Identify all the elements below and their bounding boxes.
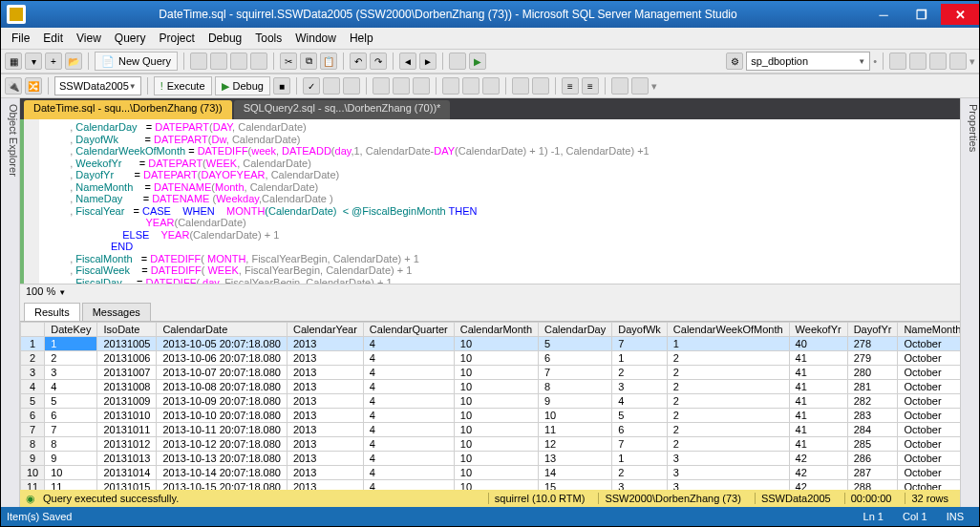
redo-icon[interactable]: ↷ xyxy=(370,53,387,70)
object-explorer-panel[interactable]: Object Explorer xyxy=(1,98,20,507)
tb2-icon-2[interactable] xyxy=(373,77,390,95)
debug-label: Debug xyxy=(233,80,264,92)
outdent-icon[interactable]: ≡ xyxy=(582,77,599,95)
col-header[interactable]: WeekofYr xyxy=(789,323,847,337)
app-icon xyxy=(7,5,26,24)
col-header[interactable]: CalendarQuarter xyxy=(363,323,454,337)
toolbar-sql: 🔌 🔀 SSWData2005 ▼ ! Execute ▶ Debug ■ ✓ xyxy=(1,74,979,98)
col-header[interactable]: DayofYr xyxy=(847,323,898,337)
table-row[interactable]: 55201310092013-10-09 20:07:18.0802013410… xyxy=(21,394,961,409)
menu-file[interactable]: File xyxy=(5,30,36,47)
results-file-icon[interactable] xyxy=(482,77,500,95)
menu-view[interactable]: View xyxy=(70,30,108,47)
cut-icon[interactable]: ✂ xyxy=(280,53,297,70)
proc-icon[interactable]: ⚙ xyxy=(726,53,743,70)
table-row[interactable]: 66201310102013-10-10 20:07:18.0802013410… xyxy=(21,409,961,423)
tb2-icon-4[interactable] xyxy=(413,77,430,95)
plan-icon[interactable] xyxy=(323,77,340,95)
menu-help[interactable]: Help xyxy=(343,30,380,47)
menu-tools[interactable]: Tools xyxy=(248,30,288,47)
maximize-button[interactable]: ❐ xyxy=(903,4,941,25)
status-time: 00:00:00 xyxy=(844,493,898,504)
stop-icon[interactable]: ■ xyxy=(273,77,290,95)
table-row[interactable]: 99201310132013-10-13 20:07:18.0802013410… xyxy=(21,452,961,466)
zoom-level[interactable]: 100 % ▼ xyxy=(20,284,960,301)
col-header[interactable]: CalendarMonth xyxy=(454,323,538,337)
tb-icon-5[interactable] xyxy=(449,53,466,70)
new-query-button[interactable]: 📄 New Query xyxy=(95,52,178,71)
copy-icon[interactable]: ⧉ xyxy=(300,53,317,70)
result-tab-messages[interactable]: Messages xyxy=(82,303,151,321)
tb2-icon-3[interactable] xyxy=(393,77,410,95)
tb-icon-2[interactable] xyxy=(210,53,227,70)
nav-back-icon[interactable]: ◄ xyxy=(399,53,416,70)
new-project-icon[interactable]: ▦ xyxy=(5,53,22,70)
col-header[interactable]: IsoDate xyxy=(97,323,157,337)
comment-icon[interactable] xyxy=(512,77,529,95)
results-grid-wrap[interactable]: DateKeyIsoDateCalendarDateCalendarYearCa… xyxy=(20,322,960,490)
col-header[interactable]: CalendarWeekOfMonth xyxy=(667,323,789,337)
document-tab[interactable]: SQLQuery2.sql - sq...\DorbenZhang (70))* xyxy=(234,100,451,119)
results-grid-icon[interactable] xyxy=(462,77,479,95)
col-header[interactable]: CalendarDay xyxy=(539,323,612,337)
table-row[interactable]: 77201310112013-10-11 20:07:18.0802013410… xyxy=(21,423,961,437)
table-row[interactable]: 11201310052013-10-05 20:07:18.0802013410… xyxy=(21,337,961,351)
table-row[interactable]: 44201310082013-10-08 20:07:18.0802013410… xyxy=(21,380,961,394)
col-header[interactable]: CalendarDate xyxy=(157,323,288,337)
menu-query[interactable]: Query xyxy=(108,30,153,47)
uncomment-icon[interactable] xyxy=(532,77,549,95)
change-conn-icon[interactable]: 🔀 xyxy=(25,77,42,95)
table-row[interactable]: 88201310122013-10-12 20:07:18.0802013410… xyxy=(21,437,961,452)
app-status-bar: Item(s) Saved Ln 1 Col 1 INS xyxy=(1,507,979,526)
stored-proc-combo[interactable]: sp_dboption ▼ xyxy=(746,52,870,71)
minimize-button[interactable]: ─ xyxy=(864,4,903,25)
tb-icon-1[interactable] xyxy=(190,53,207,70)
table-row[interactable]: 22201310062013-10-06 20:07:18.0802013410… xyxy=(21,351,961,366)
connect-icon[interactable]: 🔌 xyxy=(5,77,22,95)
tb-icon-6[interactable] xyxy=(889,53,906,70)
result-tab-results[interactable]: Results xyxy=(24,303,80,321)
results-text-icon[interactable] xyxy=(442,77,459,95)
tb-icon-4[interactable] xyxy=(250,53,267,70)
document-tab[interactable]: DateTime.sql - squ...\DorbenZhang (73)) xyxy=(24,100,232,119)
menu-debug[interactable]: Debug xyxy=(202,30,248,47)
tb2-icon-6[interactable] xyxy=(631,77,649,95)
col-header[interactable]: DayofWk xyxy=(612,323,668,337)
menu-edit[interactable]: Edit xyxy=(36,30,70,47)
col-header[interactable]: NameMonth xyxy=(898,323,960,337)
window-title: DateTime.sql - squirrel.SSWData2005 (SSW… xyxy=(32,8,864,21)
open-icon[interactable]: ▾ xyxy=(25,53,42,70)
tb-icon-7[interactable] xyxy=(909,53,927,70)
indent-icon[interactable]: ≡ xyxy=(562,77,579,95)
properties-panel[interactable]: Properties xyxy=(960,98,979,507)
tb-icon-9[interactable] xyxy=(949,53,967,70)
status-server: squirrel (10.0 RTM) xyxy=(488,493,591,504)
undo-icon[interactable]: ↶ xyxy=(350,53,367,70)
add-icon[interactable]: + xyxy=(45,53,62,70)
status-db: SSWData2005 xyxy=(755,493,837,504)
debug-button[interactable]: ▶ Debug xyxy=(215,76,270,95)
stored-proc-value: sp_dboption xyxy=(751,55,808,67)
status-rows: 32 rows xyxy=(905,493,954,504)
open-file-icon[interactable]: 📂 xyxy=(65,53,82,70)
tb-icon-8[interactable] xyxy=(929,53,947,70)
parse-icon[interactable]: ✓ xyxy=(303,77,320,95)
col-header[interactable]: DateKey xyxy=(45,323,97,337)
table-row[interactable]: 33201310072013-10-07 20:07:18.0802013410… xyxy=(21,366,961,380)
paste-icon[interactable]: 📋 xyxy=(320,53,337,70)
sql-editor[interactable]: , CalendarDay = DATEPART(DAY, CalendarDa… xyxy=(20,119,960,284)
col-header[interactable]: CalendarYear xyxy=(287,323,363,337)
database-combo[interactable]: SSWData2005 ▼ xyxy=(54,76,141,95)
close-button[interactable]: ✕ xyxy=(941,4,979,25)
execute-button[interactable]: ! Execute xyxy=(154,76,212,95)
tb-icon-3[interactable] xyxy=(230,53,247,70)
menu-project[interactable]: Project xyxy=(153,30,202,47)
nav-fwd-icon[interactable]: ► xyxy=(419,53,437,70)
menu-window[interactable]: Window xyxy=(288,30,343,47)
table-row[interactable]: 1111201310152013-10-15 20:07:18.08020134… xyxy=(21,480,961,491)
status-saved: Item(s) Saved xyxy=(7,511,72,522)
table-row[interactable]: 1010201310142013-10-14 20:07:18.08020134… xyxy=(21,466,961,480)
play-icon[interactable]: ▶ xyxy=(469,53,486,70)
tb2-icon-1[interactable] xyxy=(343,77,360,95)
tb2-icon-5[interactable] xyxy=(611,77,628,95)
